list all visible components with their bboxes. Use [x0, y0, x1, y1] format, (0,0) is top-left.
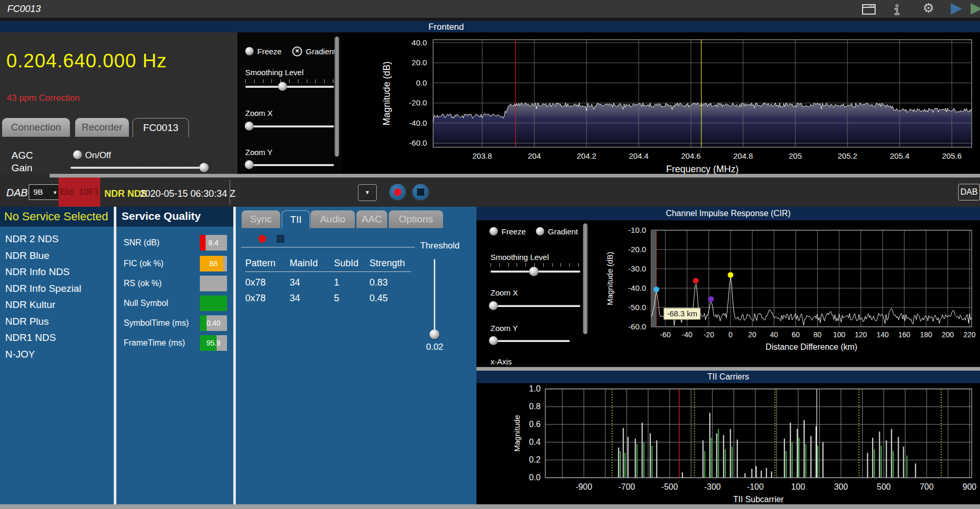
cir-zoom-y-slider-track[interactable]	[491, 340, 570, 342]
cir-zoom-x-slider-handle[interactable]	[489, 301, 498, 310]
table-cell: 0.83	[369, 275, 419, 290]
cir-gradient-label: Gradient	[548, 227, 578, 236]
tii-carriers-title: TII Carriers	[476, 371, 980, 383]
tab-tii[interactable]: TII	[282, 210, 310, 229]
threshold-slider-track[interactable]	[434, 259, 435, 331]
gain-slider-handle[interactable]	[199, 163, 209, 172]
tab-audio[interactable]: Audio	[310, 210, 355, 228]
divider	[230, 180, 230, 205]
service-item[interactable]: NDR Info Spezial	[0, 280, 114, 297]
table-row[interactable]: 0x783450.45	[245, 290, 419, 306]
splitter-thumb[interactable]	[50, 174, 980, 177]
tab-fc0013[interactable]: FC0013	[133, 118, 189, 137]
svg-text:-500: -500	[661, 482, 678, 491]
cir-zoom-y-slider-handle[interactable]	[489, 336, 498, 345]
service-item[interactable]: N-JOY	[0, 346, 114, 363]
frequency-display: 0.204.640.000 Hz	[6, 50, 167, 72]
tab-aac[interactable]: AAC	[356, 210, 387, 228]
bottom-splitter[interactable]	[0, 504, 980, 509]
horizontal-splitter[interactable]	[0, 174, 980, 177]
svg-text:Distance Difference (km): Distance Difference (km)	[766, 342, 857, 351]
cir-svg: -10.0-20.0-30.0-40.0-50.0-60.0-60-40-200…	[590, 220, 980, 367]
table-row[interactable]: 0x783410.83	[245, 275, 419, 290]
service-item[interactable]: NDR Blue	[0, 247, 114, 264]
cir-plot[interactable]: -10.0-20.0-30.0-40.0-50.0-60.0-60-40-200…	[590, 220, 980, 367]
quality-label: FIC (ok %)	[124, 256, 199, 271]
service-item[interactable]: NDR 2 NDS	[0, 231, 114, 247]
cir-controls-scrollbar[interactable]	[583, 223, 588, 334]
play-icon-secondary[interactable]	[971, 3, 980, 15]
service-item[interactable]: NDR Kultur	[0, 297, 114, 313]
svg-text:160: 160	[898, 330, 911, 339]
svg-text:-10.0: -10.0	[628, 226, 646, 234]
zoom-y-slider-track[interactable]	[245, 164, 334, 166]
agc-onoff-radio[interactable]	[73, 150, 82, 159]
service-item[interactable]: NDR Info NDS	[0, 264, 114, 280]
table-cell: 0x78	[245, 290, 290, 306]
svg-text:Magnitude (dB): Magnitude (dB)	[381, 61, 392, 125]
controls-scrollbar[interactable]	[334, 37, 339, 157]
horizontal-splitter[interactable]	[476, 367, 980, 371]
cir-freeze-radio[interactable]	[489, 227, 498, 235]
cir-panel-title: Channel Impulse Response (CIR)	[476, 207, 980, 220]
cir-freeze-label: Freeze	[501, 227, 526, 236]
svg-text:-40.0: -40.0	[628, 283, 646, 292]
settings-gear-icon[interactable]: ⚙	[923, 1, 934, 16]
svg-text:-40.0: -40.0	[409, 119, 427, 127]
gradient-checked-radio[interactable]	[292, 46, 302, 56]
cir-gradient-radio[interactable]	[536, 227, 544, 235]
tab-options[interactable]: Options	[389, 210, 443, 228]
freeze-radio[interactable]	[245, 47, 254, 55]
gradient-label: Gradient	[306, 47, 336, 56]
play-icon[interactable]	[951, 3, 962, 15]
tii-svg: 1.00.80.60.40.20.0-900-700-500-300-10010…	[501, 383, 980, 504]
smoothing-level-label: Smoothing Level	[245, 68, 304, 77]
quality-value: 0.40	[200, 315, 227, 331]
svg-text:204.8: 204.8	[733, 151, 753, 160]
cir-smoothing-slider-handle[interactable]	[529, 267, 539, 276]
tab-sync[interactable]: Sync	[242, 210, 280, 228]
svg-text:-900: -900	[576, 482, 592, 491]
table-header-underline	[245, 271, 411, 272]
quality-label: FrameTime (ms)	[124, 335, 199, 351]
tii-table-header: PatternMainIdSubIdStrength	[245, 258, 419, 270]
table-column-header: SubId	[334, 258, 369, 270]
quality-value	[200, 295, 227, 311]
quality-bar: 88	[200, 256, 227, 271]
table-column-header: Strength	[369, 258, 419, 270]
spectrum-plot[interactable]: 40.020.00.0-20.0-40.0-60.0203.8204204.22…	[342, 32, 980, 174]
threshold-value: 0.02	[419, 342, 450, 352]
threshold-slider-handle[interactable]	[429, 329, 439, 339]
divider	[241, 247, 415, 247]
zoom-x-slider-track[interactable]	[245, 125, 334, 127]
tab-recorder[interactable]: Recorder	[75, 118, 129, 137]
zoom-y-label: Zoom Y	[245, 148, 272, 157]
tii-carriers-plot[interactable]: 1.00.80.60.40.20.0-900-700-500-300-10010…	[501, 383, 980, 504]
quality-bar: 8.4	[200, 235, 227, 251]
record-button[interactable]	[389, 184, 406, 200]
svg-text:300: 300	[834, 482, 848, 491]
dab-mode-button[interactable]: DAB	[958, 184, 980, 200]
svg-text:-30.0: -30.0	[628, 264, 646, 273]
record-options-dropdown[interactable]: ▼	[358, 184, 377, 201]
gain-label: Gain	[11, 162, 32, 174]
svg-text:40.0: 40.0	[412, 38, 427, 47]
window-icon[interactable]	[862, 4, 876, 15]
spectrum-svg: 40.020.00.0-20.0-40.0-60.0203.8204204.22…	[342, 32, 980, 174]
record-icon	[394, 188, 401, 196]
info-icon[interactable]	[893, 4, 901, 15]
application-window: FC0013 ⚙ Frontend 0.204.640.000 Hz 43 pp…	[0, 0, 980, 509]
gain-slider-track[interactable]	[70, 167, 209, 169]
table-column-header: MainId	[290, 258, 334, 270]
service-item[interactable]: NDR Plus	[0, 313, 114, 330]
cir-smoothing-ticks	[491, 263, 579, 267]
smoothing-slider-track[interactable]	[245, 86, 334, 88]
service-item[interactable]: NDR1 NDS	[0, 329, 114, 346]
table-cell: 1	[334, 275, 369, 290]
svg-text:900: 900	[963, 482, 977, 491]
cir-zoom-x-slider-track[interactable]	[491, 305, 580, 307]
tab-connection[interactable]: Connection	[2, 118, 70, 137]
channel-dropdown[interactable]: 9B	[29, 184, 61, 200]
stop-button[interactable]	[412, 184, 429, 200]
quality-bar	[200, 276, 227, 291]
